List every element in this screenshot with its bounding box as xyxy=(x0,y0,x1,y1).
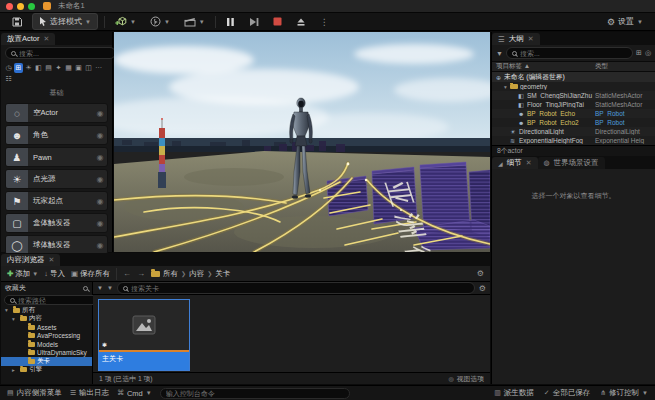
outliner-search-input[interactable] xyxy=(520,50,627,57)
revision-control-button[interactable]: ⋔ 修订控制 ▼ xyxy=(600,388,648,398)
place-search-input[interactable] xyxy=(19,50,110,57)
category-lights-icon[interactable]: ☀ xyxy=(24,63,33,73)
category-basic-icon[interactable]: ⊞ xyxy=(14,63,23,73)
settings-dropdown[interactable]: ⚙ 设置 ▼ xyxy=(603,14,647,29)
place-actor-item[interactable]: ▢ 盒体触发器 ◉ xyxy=(5,213,108,233)
actor-type[interactable]: DirectionalLight xyxy=(595,128,651,135)
close-icon[interactable]: ✕ xyxy=(49,256,55,264)
import-button[interactable]: ↓ 导入 xyxy=(44,269,65,279)
console-command-input[interactable] xyxy=(166,390,344,397)
cmd-dropdown[interactable]: ⌘ Cmd ▼ xyxy=(117,389,152,398)
outliner-row[interactable]: ◧ Floor_TingJiPingTai StaticMeshActor xyxy=(492,100,655,109)
content-drawer-button[interactable]: ▤ 内容侧滑菜单 xyxy=(7,388,62,398)
outliner-row[interactable]: ▾ geometry xyxy=(492,82,655,91)
place-actor-item[interactable]: ☻ 角色 ◉ xyxy=(5,125,108,145)
outliner-row[interactable]: ≋ ExponentialHeightFog Exponential Heig xyxy=(492,136,655,145)
category-panels-icon[interactable]: ☷ xyxy=(4,74,13,84)
close-window-button[interactable] xyxy=(6,3,13,10)
new-folder-icon[interactable]: ⊞ xyxy=(636,49,642,57)
drag-handle-icon[interactable]: ◉ xyxy=(93,241,107,250)
select-mode-dropdown[interactable]: 选择模式 ▼ xyxy=(32,13,98,30)
expander-icon[interactable]: ▾ xyxy=(5,307,11,313)
save-all-button[interactable]: ▣ 保存所有 xyxy=(71,269,110,279)
expander-icon[interactable]: ▾ xyxy=(12,316,18,322)
eject-button[interactable] xyxy=(292,15,310,29)
tab-content-browser[interactable]: 内容浏览器 ✕ xyxy=(1,254,60,266)
add-actor-dropdown[interactable]: ▼ xyxy=(111,14,140,29)
asset-tile-level[interactable]: ✱ 主关卡 xyxy=(98,299,190,371)
save-status-button[interactable]: ✓ 全部已保存 xyxy=(544,388,590,398)
drag-handle-icon[interactable]: ◉ xyxy=(93,109,107,118)
folder-tree-row[interactable]: ▸ 引擎 xyxy=(1,366,92,375)
tab-place-actors[interactable]: 放置Actor ✕ xyxy=(1,33,55,45)
close-icon[interactable]: ✕ xyxy=(526,159,532,167)
search-icon[interactable] xyxy=(83,286,88,291)
folder-tree-row[interactable]: UltraDynamicSky xyxy=(1,349,92,358)
folder-tree-row[interactable]: ▾ 内容 xyxy=(1,315,92,324)
category-shapes-icon[interactable]: ◧ xyxy=(34,63,43,73)
folder-tree-row[interactable]: Assets xyxy=(1,323,92,332)
category-all-classes-icon[interactable]: ⋯ xyxy=(94,63,103,73)
cinematics-dropdown[interactable]: ▼ xyxy=(180,15,209,29)
place-actor-item[interactable]: ⚑ 玩家起点 ◉ xyxy=(5,191,108,211)
drag-handle-icon[interactable]: ◉ xyxy=(93,153,107,162)
actor-type[interactable]: Exponential Heig xyxy=(595,137,651,144)
breadcrumb-content[interactable]: 内容 xyxy=(189,269,204,279)
outliner-world-row[interactable]: ⊕ 未命名 (编辑器世界) xyxy=(492,72,655,82)
place-actor-item[interactable]: ◌ 空Actor ◉ xyxy=(5,103,108,123)
view-options-button[interactable]: ◎ 视图选项 xyxy=(449,374,484,384)
category-recently-placed-icon[interactable]: ◷ xyxy=(4,63,13,73)
drag-handle-icon[interactable]: ◉ xyxy=(93,219,107,228)
forward-icon[interactable]: → xyxy=(137,269,145,278)
outliner-row[interactable]: ☀ DirectionalLight DirectionalLight xyxy=(492,127,655,136)
filter-icon[interactable]: ▼ xyxy=(97,285,103,291)
drag-handle-icon[interactable]: ◉ xyxy=(93,175,107,184)
console-command-box[interactable] xyxy=(160,388,350,399)
close-icon[interactable]: ✕ xyxy=(44,35,50,43)
category-geometry-icon[interactable]: ▦ xyxy=(64,63,73,73)
output-log-button[interactable]: ☰ 输出日志 xyxy=(70,388,109,398)
breadcrumb-levels[interactable]: 关卡 xyxy=(215,269,230,279)
drag-handle-icon[interactable]: ◉ xyxy=(93,131,107,140)
place-actor-item[interactable]: ♟ Pawn ◉ xyxy=(5,147,108,167)
asset-search-input[interactable] xyxy=(131,285,469,292)
back-icon[interactable]: ← xyxy=(123,269,131,278)
category-media-icon[interactable]: ◫ xyxy=(84,63,93,73)
maximize-window-button[interactable] xyxy=(28,3,35,10)
actor-type[interactable]: BP_Robot xyxy=(595,110,651,117)
category-cinematic-icon[interactable]: ▤ xyxy=(44,63,53,73)
category-volumes-icon[interactable]: ▣ xyxy=(74,63,83,73)
tab-details[interactable]: ◢ 细节 ✕ xyxy=(492,157,538,169)
minimize-window-button[interactable] xyxy=(17,3,24,10)
level-viewport[interactable]: 亚洲街 xyxy=(114,32,490,252)
visibility-icon[interactable]: ◎ xyxy=(645,49,651,57)
content-browser-settings-icon[interactable]: ⚙ xyxy=(477,269,484,278)
outliner-row[interactable]: ◧ SM_ChengShiJianZhu StaticMeshActor xyxy=(492,91,655,100)
expander-icon[interactable]: ▸ xyxy=(12,367,18,373)
stop-button[interactable] xyxy=(269,15,286,28)
folder-tree-row[interactable]: ▾ 所有 xyxy=(1,306,92,315)
column-item-label[interactable]: 项目标签 ▲ xyxy=(496,62,595,71)
filter-icon[interactable]: ▼ xyxy=(496,50,503,57)
save-button[interactable] xyxy=(8,15,26,29)
tab-outliner[interactable]: ☰ 大纲 ✕ xyxy=(492,33,540,45)
derived-data-button[interactable]: ▥ 派生数据 xyxy=(494,388,534,398)
folder-tree-row[interactable]: 关卡 xyxy=(1,357,92,366)
playback-options-button[interactable]: ⋮ xyxy=(316,15,333,29)
actor-type[interactable]: StaticMeshActor xyxy=(595,101,651,108)
add-button[interactable]: ✚ 添加 ▼ xyxy=(7,269,38,279)
place-actor-item[interactable]: ◯ 球体触发器 ◉ xyxy=(5,235,108,255)
category-visual-effects-icon[interactable]: ✦ xyxy=(54,63,63,73)
folder-tree-row[interactable]: Models xyxy=(1,340,92,349)
drag-handle-icon[interactable]: ◉ xyxy=(93,197,107,206)
favorites-row[interactable]: 收藏夹 xyxy=(1,282,92,294)
actor-type[interactable]: StaticMeshActor xyxy=(595,92,651,99)
blueprints-dropdown[interactable]: ▼ xyxy=(146,14,174,29)
folder-tree-row[interactable]: AvaProcessing xyxy=(1,332,92,341)
actor-type[interactable]: BP_Robot xyxy=(595,119,651,126)
tab-world-settings[interactable]: ◍ 世界场景设置 xyxy=(538,157,605,169)
asset-grid[interactable]: ✱ 主关卡 xyxy=(93,295,490,372)
place-search-box[interactable] xyxy=(5,47,116,59)
outliner-search-box[interactable] xyxy=(506,47,633,59)
outliner-row[interactable]: ☻ BP_Robot_Echo2 BP_Robot xyxy=(492,118,655,127)
